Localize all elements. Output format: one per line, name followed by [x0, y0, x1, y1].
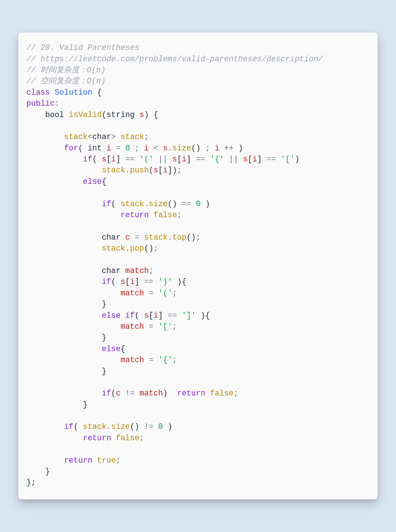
- lt-op: <: [154, 144, 158, 153]
- lt: <: [88, 132, 92, 141]
- paren: (: [135, 311, 139, 320]
- semi: ;: [205, 144, 210, 153]
- bracket: ]: [116, 155, 121, 164]
- semi: ;: [144, 132, 149, 141]
- var-c: c: [116, 389, 121, 398]
- eq: =: [149, 356, 154, 364]
- bracket: [: [106, 155, 111, 164]
- fn-top: top: [172, 233, 187, 242]
- paren: ): [295, 155, 300, 164]
- bracket: [: [125, 277, 130, 286]
- parens: (): [168, 200, 177, 208]
- kw-return: return: [64, 456, 92, 465]
- fn-size: size: [172, 144, 191, 153]
- eqeq: ==: [125, 155, 135, 164]
- paren: ): [205, 200, 210, 208]
- gt: >: [111, 132, 116, 141]
- brace: }: [102, 367, 106, 376]
- var-i: i: [252, 155, 257, 164]
- kw-if: if: [102, 389, 111, 398]
- kw-return: return: [177, 389, 205, 398]
- brace: }: [102, 300, 106, 309]
- parens: (): [187, 233, 196, 242]
- var-match: match: [139, 389, 163, 398]
- str-rparen: ')': [158, 277, 173, 286]
- var-match: match: [121, 322, 144, 331]
- oror: ||: [229, 155, 238, 164]
- var-i: i: [163, 166, 168, 175]
- class-name: Solution: [55, 88, 92, 97]
- var-match: match: [121, 289, 144, 298]
- fn-push: push: [130, 166, 148, 175]
- neq: !=: [125, 389, 135, 398]
- kw-return: return: [121, 211, 149, 219]
- type-char: char: [102, 266, 120, 275]
- str-lparen: '(': [139, 155, 154, 164]
- semi: ;: [196, 233, 201, 242]
- num-0: 0: [158, 422, 163, 431]
- paren: ): [168, 422, 172, 431]
- kw-class: class: [26, 88, 50, 97]
- var-match: match: [125, 266, 149, 275]
- var-i: i: [130, 277, 135, 286]
- var-s: s: [144, 311, 149, 320]
- paren: ): [238, 144, 243, 153]
- brace: {: [102, 177, 106, 186]
- type-char: char: [102, 233, 120, 242]
- paren: (: [102, 110, 106, 119]
- var-s: s: [139, 110, 144, 119]
- eq: =: [116, 144, 121, 153]
- bracket: [: [248, 155, 253, 164]
- paren: ): [163, 389, 168, 398]
- parens: (): [191, 144, 201, 153]
- paren: (: [92, 155, 97, 164]
- var-s: s: [121, 277, 125, 286]
- var-i: i: [154, 311, 158, 320]
- brace: {: [121, 345, 125, 353]
- var-s: s: [163, 144, 168, 153]
- paren: ): [201, 311, 205, 320]
- fn-size: size: [149, 200, 168, 208]
- eqeq: ==: [144, 277, 154, 286]
- bracket: ]: [168, 166, 172, 175]
- paren: (: [73, 422, 78, 431]
- var-s: s: [102, 155, 106, 164]
- var-i: i: [111, 155, 116, 164]
- bool-false: false: [210, 389, 234, 398]
- semi: ;: [234, 389, 238, 398]
- var-stack: stack: [83, 422, 106, 431]
- semi: ;: [154, 244, 158, 253]
- kw-if: if: [102, 277, 111, 286]
- var-s: s: [243, 155, 248, 164]
- dot: .: [168, 233, 172, 242]
- kw-if: if: [64, 422, 74, 431]
- type-bool: bool: [45, 110, 64, 119]
- str-lbrace: '{': [210, 155, 224, 164]
- str-lbrace: '{': [158, 356, 172, 364]
- eqeq: ==: [168, 311, 177, 320]
- neq: !=: [144, 422, 154, 431]
- code-block: // 20. Valid Parentheses // https://leet…: [26, 42, 370, 488]
- type-string: string: [106, 110, 135, 119]
- bracket: ]: [135, 277, 139, 286]
- bool-false: false: [116, 434, 139, 442]
- comment-line-2: // https://leetcode.com/problems/valid-p…: [26, 55, 323, 63]
- paren: (: [78, 144, 83, 153]
- bool-false: false: [154, 211, 177, 219]
- paren: (: [111, 277, 116, 286]
- parens: (): [130, 422, 139, 431]
- colon: :: [55, 99, 59, 108]
- kw-else: else: [102, 345, 120, 353]
- var-i: i: [144, 144, 149, 153]
- kw-else: else: [83, 177, 102, 186]
- str-lbracket: '[': [280, 155, 295, 164]
- var-s: s: [172, 155, 177, 164]
- brace: {: [154, 110, 158, 119]
- semi: ;: [172, 322, 177, 331]
- semi: ;: [172, 356, 177, 364]
- type-char: char: [92, 132, 111, 141]
- brace: }: [45, 467, 50, 476]
- eq: =: [149, 289, 154, 298]
- eqeq: ==: [182, 200, 191, 208]
- dot: .: [125, 166, 130, 175]
